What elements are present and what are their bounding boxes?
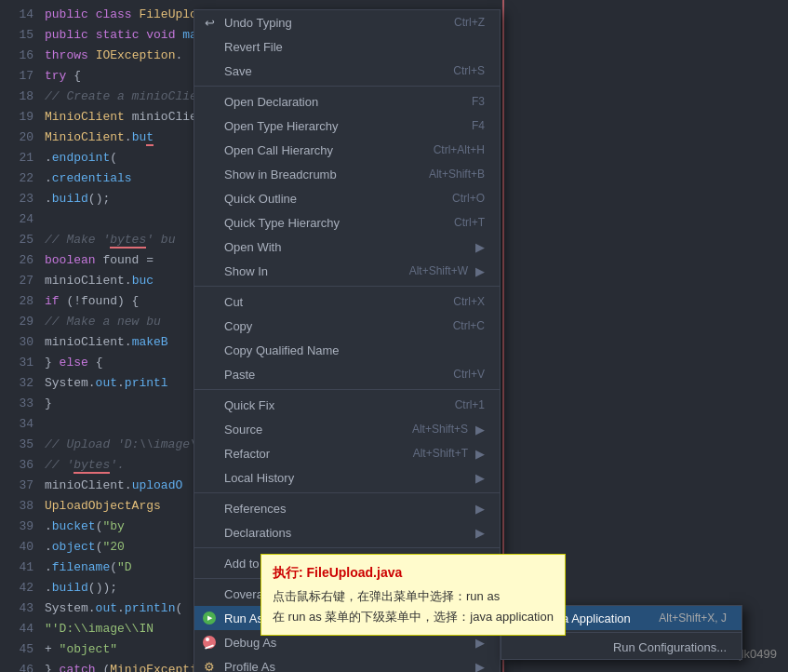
submenu-arrow: ▶ (475, 240, 485, 254)
tooltip-line1: 点击鼠标右键，在弹出菜单中选择：run as (273, 586, 554, 607)
menu-item-label: Source (224, 423, 394, 437)
menu-item-label: Profile As (224, 660, 468, 673)
menu-item-refactor[interactable]: Refactor Alt+Shift+T ▶ (194, 441, 500, 465)
menu-item-quick-type-hierarchy[interactable]: Quick Type Hierarchy Ctrl+T (194, 210, 500, 235)
menu-item-label: Revert File (224, 40, 466, 54)
submenu-arrow: ▶ (475, 526, 485, 540)
menu-item-source[interactable]: Source Alt+Shift+S ▶ (194, 417, 500, 441)
submenu-arrow: ▶ (475, 502, 485, 516)
submenu-item-run-configs[interactable]: Run Configurations... (501, 635, 741, 659)
menu-separator (194, 286, 500, 287)
menu-item-revert[interactable]: Revert File (194, 34, 500, 59)
menu-item-quick-fix[interactable]: Quick Fix Ctrl+1 (194, 393, 500, 417)
menu-shortcut: Ctrl+1 (455, 398, 485, 411)
menu-shortcut: F3 (472, 95, 485, 108)
menu-item-label: Debug As (224, 636, 468, 650)
submenu-arrow: ▶ (475, 660, 485, 673)
menu-item-paste[interactable]: Paste Ctrl+V (194, 362, 500, 386)
menu-item-declarations[interactable]: Declarations ▶ (194, 520, 500, 544)
menu-shortcut: Ctrl+Z (454, 16, 485, 29)
menu-item-label: Open Declaration (224, 95, 453, 109)
submenu-arrow: ▶ (475, 636, 485, 650)
menu-item-undo[interactable]: ↩ Undo Typing Ctrl+Z (194, 10, 500, 34)
menu-item-open-call-hierarchy[interactable]: Open Call Hierarchy Ctrl+Alt+H (194, 138, 500, 162)
menu-separator (194, 86, 500, 87)
profile-as-icon: ⚙ (200, 660, 219, 673)
menu-item-references[interactable]: References ▶ (194, 496, 500, 520)
menu-item-label: Paste (224, 368, 434, 382)
menu-item-profile-as[interactable]: ⚙ Profile As ▶ (194, 654, 500, 672)
menu-separator (194, 547, 500, 548)
menu-separator (194, 492, 500, 493)
tooltip-title: 执行: FileUpload.java (273, 562, 554, 585)
submenu-arrow: ▶ (475, 471, 485, 485)
undo-icon: ↩ (200, 16, 219, 30)
submenu-item-label: Run Configurations... (613, 640, 727, 654)
menu-shortcut: Alt+Shift+T (413, 447, 468, 460)
menu-shortcut: Ctrl+O (452, 192, 485, 205)
menu-item-label: Open With (224, 240, 468, 254)
menu-item-label: Open Type Hierarchy (224, 119, 453, 133)
menu-shortcut: Ctrl+T (454, 216, 485, 229)
submenu-arrow: ▶ (475, 447, 485, 461)
menu-item-open-type-hierarchy[interactable]: Open Type Hierarchy F4 (194, 114, 500, 138)
menu-item-label: Quick Fix (224, 398, 436, 412)
menu-item-copy-qualified[interactable]: Copy Qualified Name (194, 338, 500, 362)
menu-item-save[interactable]: Save Ctrl+S (194, 59, 500, 83)
menu-item-label: Copy Qualified Name (224, 343, 466, 357)
menu-shortcut: Ctrl+Alt+H (434, 143, 485, 156)
menu-item-label: Show in Breadcrumb (224, 168, 410, 181)
menu-item-label: Refactor (224, 447, 394, 461)
menu-item-open-with[interactable]: Open With ▶ (194, 235, 500, 259)
submenu-shortcut: Alt+Shift+X, J (659, 612, 727, 625)
submenu-arrow: ▶ (475, 264, 485, 278)
menu-item-label: References (224, 502, 468, 516)
menu-item-label: Undo Typing (224, 16, 435, 30)
menu-item-label: Declarations (224, 526, 468, 540)
menu-item-cut[interactable]: Cut Ctrl+X (194, 289, 500, 314)
menu-item-label: Cut (224, 295, 434, 309)
menu-separator (194, 389, 500, 390)
menu-shortcut: Ctrl+S (453, 64, 485, 77)
menu-item-local-history[interactable]: Local History ▶ (194, 465, 500, 490)
menu-item-label: Open Call Hierarchy (224, 143, 415, 157)
menu-item-label: Quick Type Hierarchy (224, 216, 435, 230)
menu-shortcut: Ctrl+V (453, 368, 485, 381)
menu-item-show-in[interactable]: Show In Alt+Shift+W ▶ (194, 259, 500, 283)
submenu-arrow: ▶ (475, 423, 485, 437)
debug-as-icon (200, 636, 219, 649)
menu-shortcut: F4 (472, 119, 485, 132)
menu-shortcut: Alt+Shift+W (409, 264, 468, 277)
menu-shortcut: Ctrl+X (453, 295, 485, 308)
menu-shortcut: Alt+Shift+S (412, 423, 468, 436)
menu-item-label: Copy (224, 319, 434, 333)
menu-item-show-breadcrumb[interactable]: Show in Breadcrumb Alt+Shift+B (194, 162, 500, 186)
menu-item-label: Local History (224, 471, 468, 485)
menu-item-label: Show In (224, 264, 391, 278)
menu-item-quick-outline[interactable]: Quick Outline Ctrl+O (194, 186, 500, 210)
menu-shortcut: Alt+Shift+B (429, 168, 485, 181)
menu-item-open-declaration[interactable]: Open Declaration F3 (194, 89, 500, 114)
tooltip-line2: 在 run as 菜单的下级菜单中，选择：java application (273, 607, 554, 627)
menu-item-copy[interactable]: Copy Ctrl+C (194, 314, 500, 338)
run-as-icon: ▶ (200, 612, 219, 625)
menu-item-label: Quick Outline (224, 192, 434, 206)
menu-shortcut: Ctrl+C (453, 319, 485, 332)
menu-item-label: Save (224, 64, 434, 78)
tooltip-box: 执行: FileUpload.java 点击鼠标右键，在弹出菜单中选择：run … (260, 554, 566, 636)
